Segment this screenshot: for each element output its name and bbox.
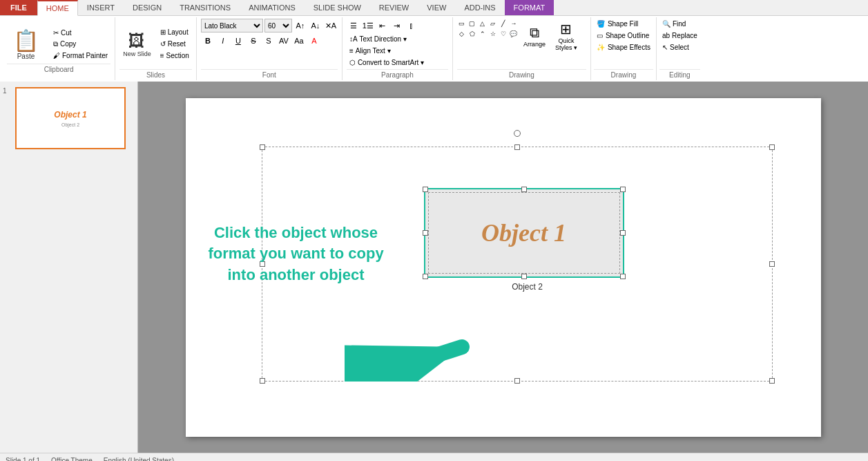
clear-format-button[interactable]: ✕A: [324, 19, 338, 32]
triangle-shape-icon[interactable]: △: [478, 19, 488, 28]
lang-info: English (United States): [104, 457, 174, 461]
shape-outline-button[interactable]: ▭ Shape Outline: [594, 30, 653, 41]
text-direction-icon: ↕A: [349, 35, 358, 43]
clipboard-label: Clipboard: [7, 64, 110, 73]
thumbnail-object1-label: Object 1: [54, 110, 86, 120]
obj2-handle-left[interactable]: [423, 230, 428, 236]
obj2-handle-bottomright[interactable]: [620, 274, 626, 279]
bold-button[interactable]: B: [201, 34, 215, 48]
tab-slideshow[interactable]: SLIDE SHOW: [305, 0, 370, 15]
quick-styles-button[interactable]: ⊞ Quick Styles ▾: [552, 19, 581, 53]
tab-format[interactable]: FORMAT: [505, 0, 554, 15]
increase-indent-button[interactable]: ⇥: [390, 19, 404, 32]
cut-button[interactable]: ✂ Cut: [50, 28, 110, 38]
diamond-shape-icon[interactable]: ◇: [457, 29, 467, 39]
scissors-icon: ✂: [53, 29, 59, 37]
select-button[interactable]: ↖ Select: [659, 42, 700, 53]
font-size-select[interactable]: 60: [264, 19, 292, 32]
strikethrough-button[interactable]: S: [247, 34, 260, 48]
drawing-tools-label: Drawing: [594, 69, 653, 79]
handle-top-center[interactable]: [514, 144, 520, 150]
font-case-button[interactable]: Aa: [292, 34, 306, 48]
heart-shape-icon[interactable]: ♡: [499, 29, 508, 39]
find-button[interactable]: 🔍 Find: [659, 19, 700, 29]
decrease-font-button[interactable]: A↓: [309, 19, 322, 32]
canvas-area: Click the object whose format you want t…: [138, 82, 868, 453]
numbering-button[interactable]: 1☰: [361, 19, 375, 32]
slide-thumbnail-container: 1 Object 1 Object 2: [3, 87, 135, 149]
format-painter-icon: 🖌: [53, 52, 60, 59]
star-shape-icon[interactable]: ☆: [488, 29, 498, 39]
tab-insert[interactable]: INSERT: [78, 0, 124, 15]
layout-button[interactable]: ⊞ Layout: [157, 27, 192, 37]
handle-top-left[interactable]: [260, 144, 265, 150]
tab-addins[interactable]: ADD-INS: [455, 0, 504, 15]
rotation-handle[interactable]: [514, 130, 521, 137]
tab-file[interactable]: FILE: [0, 0, 37, 15]
object2-box[interactable]: Object 1: [424, 188, 624, 278]
round-rect-shape-icon[interactable]: ▢: [467, 19, 477, 28]
select-icon: ↖: [662, 44, 668, 51]
line-shape-icon[interactable]: ╱: [499, 19, 508, 28]
italic-button[interactable]: I: [216, 34, 230, 48]
underline-button[interactable]: U: [231, 34, 245, 48]
slide-info: Slide 1 of 1: [6, 457, 40, 461]
font-group: Lato Black 60 A↑ A↓ ✕A B I U S S AV Aa A…: [197, 17, 343, 80]
increase-font-button[interactable]: A↑: [293, 19, 307, 32]
reset-icon: ↺: [160, 40, 166, 48]
shape-format-group: 🪣 Shape Fill ▭ Shape Outline ✨ Shape Eff…: [591, 17, 657, 80]
shape-fill-button[interactable]: 🪣 Shape Fill: [594, 19, 653, 29]
section-button[interactable]: ≡ Section: [157, 50, 192, 61]
handle-bottom-right[interactable]: [769, 378, 775, 384]
tab-view[interactable]: VIEW: [418, 0, 455, 15]
arrow-shape-icon[interactable]: →: [509, 19, 519, 28]
tab-design[interactable]: DESIGN: [124, 0, 171, 15]
parallelogram-shape-icon[interactable]: ▱: [488, 19, 498, 28]
copy-button[interactable]: ⧉ Copy: [50, 39, 110, 50]
font-color-button[interactable]: A: [307, 34, 321, 48]
chevron-shape-icon[interactable]: ⌃: [478, 29, 488, 39]
align-text-button[interactable]: ≡ Align Text ▾: [347, 46, 394, 56]
reset-button[interactable]: ↺ Reset: [157, 39, 192, 49]
obj2-handle-topleft[interactable]: [423, 187, 428, 192]
columns-button[interactable]: ⫿: [405, 19, 418, 32]
obj2-handle-bottomleft[interactable]: [423, 274, 428, 279]
drawing-label: Drawing: [457, 69, 586, 79]
slide-canvas[interactable]: Click the object whose format you want t…: [186, 98, 821, 437]
tab-animations[interactable]: ANIMATIONS: [240, 0, 305, 15]
tab-transitions[interactable]: TRANSITIONS: [171, 0, 240, 15]
pentagon-shape-icon[interactable]: ⬠: [467, 29, 477, 39]
text-direction-button[interactable]: ↕A Text Direction ▾: [347, 34, 409, 44]
object2-inner-border: [428, 192, 620, 274]
slides-group: 🖼 New Slide ⊞ Layout ↺ Reset ≡ Section S…: [115, 17, 197, 80]
handle-bottom-center[interactable]: [514, 378, 520, 384]
tab-review[interactable]: REVIEW: [370, 0, 418, 15]
tab-home[interactable]: HOME: [37, 0, 78, 16]
replace-icon: ab: [662, 32, 670, 39]
shadow-button[interactable]: S: [262, 34, 276, 48]
font-family-select[interactable]: Lato Black: [201, 19, 263, 32]
convert-smartart-button[interactable]: ⬡ Convert to SmartArt ▾: [347, 57, 427, 68]
slide-thumbnail[interactable]: Object 1 Object 2: [15, 87, 126, 149]
copy-icon: ⧉: [53, 40, 58, 48]
new-slide-button[interactable]: 🖼 New Slide: [119, 29, 155, 59]
arrow-graphic: [345, 326, 483, 382]
handle-middle-right[interactable]: [769, 261, 775, 267]
shape-effects-button[interactable]: ✨ Shape Effects: [594, 42, 653, 53]
obj2-handle-right[interactable]: [620, 230, 626, 236]
format-painter-button[interactable]: 🖌 Format Painter: [50, 50, 110, 61]
handle-top-right[interactable]: [769, 144, 775, 150]
bullets-button[interactable]: ☰: [347, 19, 360, 32]
obj2-handle-bottom[interactable]: [521, 274, 527, 279]
decrease-indent-button[interactable]: ⇤: [376, 19, 389, 32]
paste-button[interactable]: 📋 Paste: [7, 25, 45, 64]
replace-button[interactable]: ab Replace: [659, 30, 700, 41]
obj2-handle-top[interactable]: [521, 187, 527, 192]
callout-shape-icon[interactable]: 💬: [509, 29, 519, 39]
shape-fill-icon: 🪣: [597, 20, 605, 28]
arrange-button[interactable]: ⧉ Arrange: [520, 23, 549, 50]
handle-bottom-left[interactable]: [260, 378, 265, 384]
obj2-handle-topright[interactable]: [620, 187, 626, 192]
rect-shape-icon[interactable]: ▭: [457, 19, 467, 28]
char-spacing-button[interactable]: AV: [277, 34, 291, 48]
